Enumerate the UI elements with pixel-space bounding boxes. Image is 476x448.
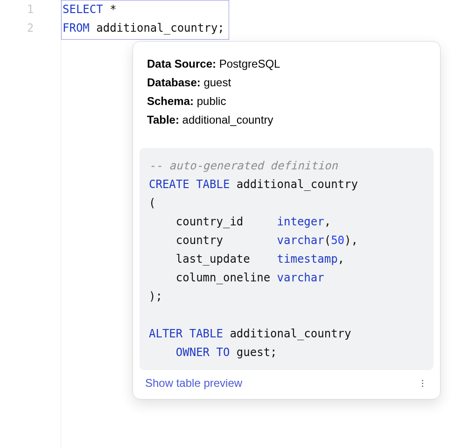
table-metadata: Data Source: PostgreSQL Database: guest … bbox=[133, 55, 440, 148]
keyword-create-table: CREATE TABLE bbox=[149, 178, 230, 191]
ddl-table-name: additional_country bbox=[230, 178, 358, 191]
code-line[interactable]: SELECT * bbox=[63, 0, 476, 19]
punct-close-paren-semi: ); bbox=[149, 290, 162, 303]
type-varchar: varchar bbox=[277, 234, 324, 247]
punct-semicolon: ; bbox=[270, 346, 277, 359]
gutter-separator bbox=[61, 0, 61, 448]
ddl-definition-block: -- auto-generated definition CREATE TABL… bbox=[140, 148, 434, 370]
column-name: country_id bbox=[149, 215, 277, 228]
column-name: country bbox=[149, 234, 277, 247]
table-identifier: additional_country bbox=[90, 21, 218, 35]
more-options-icon[interactable] bbox=[417, 378, 428, 389]
sql-comment: -- auto-generated definition bbox=[149, 159, 338, 172]
punct-open-paren: ( bbox=[324, 234, 331, 247]
punct-close-paren: ) bbox=[344, 234, 351, 247]
type-timestamp: timestamp bbox=[277, 252, 338, 266]
line-number: 2 bbox=[0, 19, 61, 37]
code-area[interactable]: SELECT * FROM additional_country; bbox=[63, 0, 476, 37]
sql-editor[interactable]: 1 2 SELECT * FROM additional_country; Da… bbox=[0, 0, 476, 448]
type-varchar: varchar bbox=[277, 271, 324, 284]
quick-doc-popup[interactable]: Data Source: PostgreSQL Database: guest … bbox=[133, 41, 441, 399]
show-table-preview-link[interactable]: Show table preview bbox=[145, 377, 242, 390]
punct-open-paren: ( bbox=[149, 196, 155, 210]
keyword-owner-to: OWNER TO bbox=[176, 346, 230, 359]
keyword-alter-table: ALTER TABLE bbox=[149, 327, 223, 340]
line-number: 1 bbox=[0, 0, 61, 19]
label-data-source: Data Source: bbox=[147, 57, 216, 70]
label-schema: Schema: bbox=[147, 95, 194, 107]
line-number-gutter: 1 2 bbox=[0, 0, 61, 37]
type-integer: integer bbox=[277, 215, 324, 228]
punct-comma: , bbox=[324, 215, 331, 228]
keyword-select: SELECT bbox=[63, 3, 103, 16]
punct-semicolon: ; bbox=[217, 21, 224, 35]
value-table: additional_country bbox=[179, 113, 273, 126]
value-schema: public bbox=[194, 95, 226, 107]
owner-name: guest bbox=[230, 346, 270, 359]
column-name: column_oneline bbox=[149, 271, 277, 284]
keyword-from: FROM bbox=[63, 21, 90, 35]
code-text: * bbox=[103, 3, 117, 16]
indent bbox=[149, 346, 176, 359]
label-table: Table: bbox=[147, 113, 179, 126]
column-name: last_update bbox=[149, 252, 277, 266]
label-database: Database: bbox=[147, 76, 201, 89]
size-literal: 50 bbox=[331, 234, 344, 247]
ddl-table-name: additional_country bbox=[223, 327, 351, 340]
value-database: guest bbox=[201, 76, 231, 89]
code-line[interactable]: FROM additional_country; bbox=[63, 19, 476, 37]
punct-comma: , bbox=[338, 252, 344, 266]
punct-comma: , bbox=[351, 234, 358, 247]
tooltip-footer: Show table preview bbox=[133, 370, 440, 390]
value-data-source: PostgreSQL bbox=[216, 57, 280, 70]
